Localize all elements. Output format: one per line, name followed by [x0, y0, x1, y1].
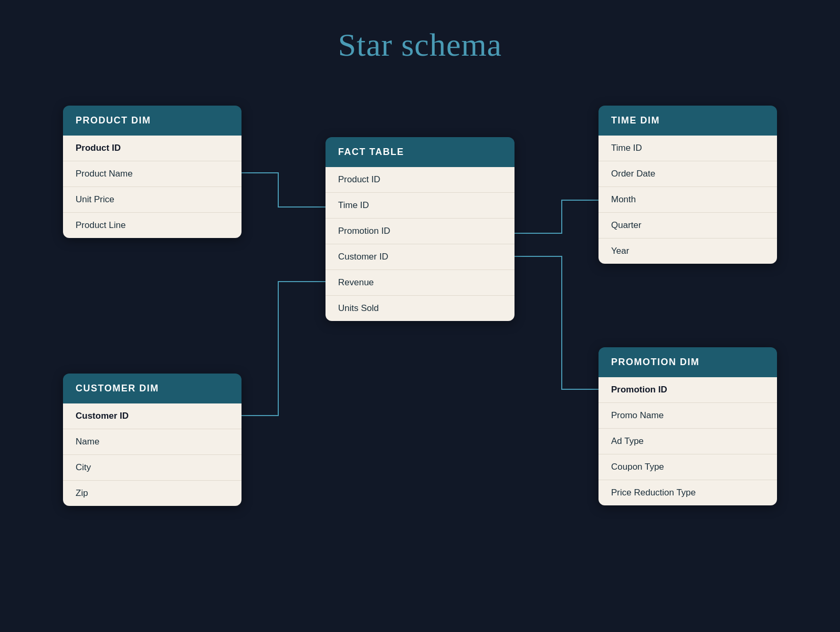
table-row: Time ID: [598, 136, 777, 161]
table-row: Time ID: [326, 193, 514, 219]
table-row: Zip: [63, 481, 242, 506]
customer-dim-body: Customer ID Name City Zip: [63, 403, 242, 506]
table-row: Promo Name: [598, 403, 777, 429]
table-row: Ad Type: [598, 429, 777, 454]
product-dim-header: PRODUCT DIM: [63, 106, 242, 136]
time-dim-header: TIME DIM: [598, 106, 777, 136]
table-row: Coupon Type: [598, 454, 777, 480]
customer-dim-title: CUSTOMER DIM: [76, 383, 159, 393]
table-row: Units Sold: [326, 296, 514, 321]
fact-table: FACT TABLE Product ID Time ID Promotion …: [326, 137, 514, 321]
table-row: Month: [598, 187, 777, 213]
table-row: Product Line: [63, 213, 242, 238]
table-row: Customer ID: [63, 403, 242, 429]
promotion-dim-table: PROMOTION DIM Promotion ID Promo Name Ad…: [598, 347, 777, 505]
table-row: City: [63, 455, 242, 481]
page-title: Star schema: [338, 26, 502, 64]
table-row: Promotion ID: [326, 219, 514, 244]
table-row: Promotion ID: [598, 377, 777, 403]
table-row: Unit Price: [63, 187, 242, 213]
table-row: Product Name: [63, 161, 242, 187]
table-row: Customer ID: [326, 244, 514, 270]
fact-table-body: Product ID Time ID Promotion ID Customer…: [326, 167, 514, 321]
fact-table-title: FACT TABLE: [338, 147, 404, 157]
promotion-dim-header: PROMOTION DIM: [598, 347, 777, 377]
fact-table-header: FACT TABLE: [326, 137, 514, 167]
table-row: Order Date: [598, 161, 777, 187]
product-dim-body: Product ID Product Name Unit Price Produ…: [63, 136, 242, 238]
time-dim-table: TIME DIM Time ID Order Date Month Quarte…: [598, 106, 777, 264]
product-dim-table: PRODUCT DIM Product ID Product Name Unit…: [63, 106, 242, 238]
table-row: Price Reduction Type: [598, 480, 777, 505]
diagram-container: PRODUCT DIM Product ID Product Name Unit…: [52, 95, 788, 610]
table-row: Product ID: [326, 167, 514, 193]
table-row: Quarter: [598, 213, 777, 239]
time-dim-title: TIME DIM: [611, 115, 660, 126]
promotion-dim-title: PROMOTION DIM: [611, 357, 700, 367]
table-row: Year: [598, 239, 777, 264]
promotion-dim-body: Promotion ID Promo Name Ad Type Coupon T…: [598, 377, 777, 505]
customer-dim-header: CUSTOMER DIM: [63, 374, 242, 403]
table-row: Revenue: [326, 270, 514, 296]
table-row: Name: [63, 429, 242, 455]
customer-dim-table: CUSTOMER DIM Customer ID Name City Zip: [63, 374, 242, 506]
product-dim-title: PRODUCT DIM: [76, 115, 151, 126]
table-row: Product ID: [63, 136, 242, 161]
time-dim-body: Time ID Order Date Month Quarter Year: [598, 136, 777, 264]
